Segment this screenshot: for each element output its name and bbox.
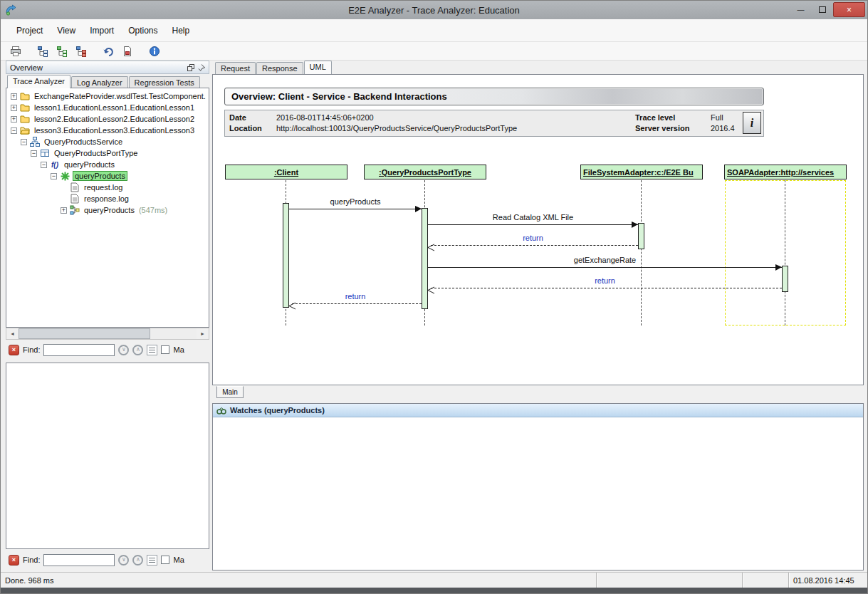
tab-response[interactable]: Response — [256, 62, 303, 74]
find-options-button[interactable] — [147, 345, 157, 355]
arrowhead-icon — [415, 206, 422, 212]
tree-item-selected[interactable]: − queryProducts — [6, 170, 209, 182]
expand-toggle-icon[interactable]: + — [11, 93, 17, 100]
lifeline-soapadapter[interactable]: SOAPAdapter:http://services — [724, 165, 847, 179]
find-clear-button[interactable]: × — [9, 555, 19, 566]
match-case-checkbox[interactable] — [161, 345, 169, 354]
lifeline-line — [641, 180, 642, 325]
tree-item[interactable]: − lesson3.EducationLesson3.EducationLess… — [6, 125, 209, 136]
expand-toggle-icon[interactable]: + — [11, 105, 17, 111]
tree-item[interactable]: + lesson2.EducationLesson2.EducationLess… — [6, 113, 209, 125]
status-section — [596, 573, 742, 588]
arrowhead-icon — [632, 222, 638, 228]
find-next-button[interactable]: ∨ — [118, 555, 129, 566]
tree-item[interactable]: request.log — [6, 182, 209, 193]
menu-options[interactable]: Options — [121, 22, 164, 39]
expand-toggle-icon[interactable]: − — [11, 127, 17, 134]
expand-toggle-icon[interactable]: + — [61, 207, 67, 214]
window-frame-bottom — [1, 588, 867, 593]
diagram-info-box: Date 2016-08-01T14:45:06+0200 Location h… — [224, 110, 764, 137]
message-label[interactable]: return — [289, 292, 422, 301]
trace-level-value: Full — [711, 113, 723, 122]
find-next-button[interactable]: ∨ — [118, 345, 129, 355]
expand-toggle-icon[interactable]: − — [51, 173, 57, 179]
watches-panel: Watches (queryProducts) — [212, 403, 864, 570]
message-label[interactable]: return — [428, 234, 638, 242]
tab-main[interactable]: Main — [216, 386, 244, 398]
message-label[interactable]: getExchangeRate — [428, 256, 782, 264]
pin-icon[interactable] — [198, 64, 205, 71]
status-section — [742, 573, 788, 588]
left-panel-tabs: Trace Analyzer Log Analyzer Regression T… — [6, 75, 209, 88]
activation-bar — [638, 223, 644, 249]
lifeline-client[interactable]: :Client — [225, 165, 347, 179]
menu-view[interactable]: View — [50, 22, 83, 39]
find-input[interactable] — [43, 554, 115, 566]
watches-header: Watches (queryProducts) — [213, 404, 863, 417]
menu-help[interactable]: Help — [165, 22, 197, 39]
message-label[interactable]: Read Catalog XML File — [428, 213, 638, 222]
trace-icon — [70, 205, 80, 215]
tab-request[interactable]: Request — [215, 62, 256, 74]
match-case-checkbox[interactable] — [161, 556, 169, 564]
maximize-icon — [819, 6, 826, 13]
find-label: Find: — [23, 556, 40, 564]
report-icon — [122, 46, 133, 57]
lifeline-filesystemadapter[interactable]: FileSystemAdapter:c:/E2E Bu — [580, 165, 703, 179]
print-button[interactable] — [8, 43, 23, 59]
folder-icon — [20, 92, 30, 100]
tab-regression-tests[interactable]: Regression Tests — [129, 76, 200, 88]
expand-toggle-icon[interactable]: − — [41, 162, 47, 168]
watches-title: Watches (queryProducts) — [230, 406, 325, 415]
message-line — [289, 209, 422, 209]
float-window-icon[interactable] — [187, 64, 194, 71]
trace-tree-button-3[interactable] — [73, 43, 89, 59]
message-label[interactable]: return — [428, 276, 782, 285]
find-clear-button[interactable]: × — [9, 345, 19, 355]
maximize-button[interactable] — [812, 2, 832, 17]
tree-item[interactable]: − QueryProductsService — [6, 136, 209, 147]
tree-item[interactable]: + lesson1.EducationLesson1.EducationLess… — [6, 102, 209, 113]
undo-button[interactable] — [100, 43, 116, 59]
main-panel: Request Response UML Overview: Client - … — [212, 61, 864, 570]
find-previous-button[interactable]: ∧ — [132, 555, 143, 566]
overview-panel-title: Overview — [10, 63, 187, 72]
menu-import[interactable]: Import — [83, 22, 121, 39]
tab-uml[interactable]: UML — [304, 61, 332, 74]
expand-toggle-icon[interactable]: − — [31, 150, 37, 157]
find-input[interactable] — [43, 344, 115, 356]
expand-toggle-icon[interactable]: − — [21, 139, 27, 145]
expand-toggle-icon[interactable]: + — [11, 116, 17, 123]
trace-tree-button-2[interactable] — [54, 43, 70, 59]
tab-log-analyzer[interactable]: Log Analyzer — [71, 76, 128, 88]
message-label[interactable]: queryProducts — [289, 197, 422, 206]
tree-item[interactable]: − QueryProductsPortType — [6, 147, 209, 159]
message-return: return — [428, 234, 638, 252]
tab-trace-analyzer[interactable]: Trace Analyzer — [7, 75, 70, 88]
status-message: Done. 968 ms — [5, 576, 53, 585]
find-bar-secondary: × Find: ∨ ∧ Ma — [6, 551, 209, 569]
print-icon — [10, 46, 21, 57]
minimize-icon: — — [798, 6, 805, 14]
find-options-button[interactable] — [147, 555, 157, 566]
watches-icon — [216, 406, 226, 415]
close-button[interactable]: × — [833, 2, 865, 17]
trace-tree-button-1[interactable] — [35, 43, 51, 59]
tree-item[interactable]: − f() queryProducts — [6, 159, 209, 170]
find-previous-button[interactable]: ∧ — [132, 345, 143, 355]
scrollbar-track[interactable] — [19, 328, 197, 339]
arrowhead-icon — [775, 264, 782, 271]
scroll-left-button[interactable]: ◄ — [6, 328, 19, 339]
tree-item[interactable]: + ExchangeRateProvider.wsdlTest.TestComp… — [6, 90, 209, 102]
info-toolbar-button[interactable] — [147, 43, 162, 59]
lifeline-queryproductsporttype[interactable]: :QueryProductsPortType — [364, 165, 486, 179]
menu-project[interactable]: Project — [9, 22, 50, 39]
info-button[interactable]: i — [743, 112, 761, 134]
scrollbar-thumb[interactable] — [19, 328, 150, 339]
report-button[interactable] — [120, 43, 135, 59]
minimize-button[interactable]: — — [790, 2, 811, 17]
tree-item[interactable]: response.log — [6, 193, 209, 204]
tree-item[interactable]: + queryProducts (547ms) — [6, 204, 209, 216]
tree-horizontal-scrollbar[interactable]: ◄ ► — [6, 328, 209, 340]
scroll-right-button[interactable]: ► — [197, 328, 209, 339]
